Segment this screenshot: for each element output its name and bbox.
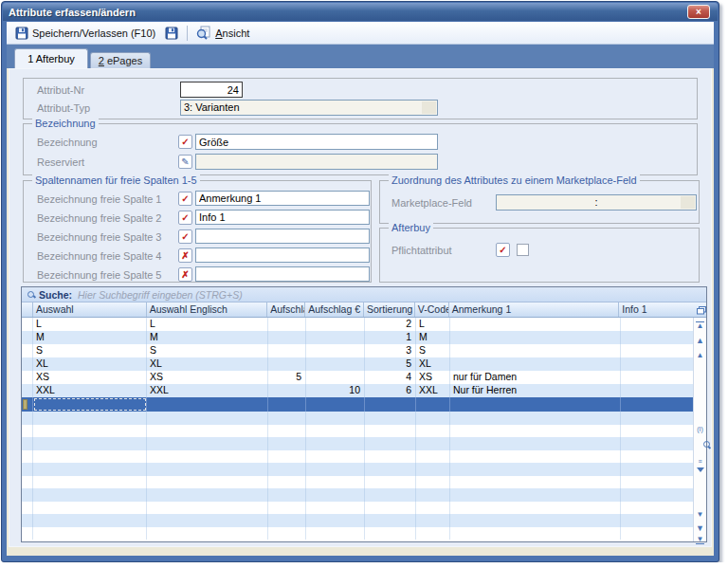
check-icon[interactable]: ✓ bbox=[496, 243, 510, 257]
check-icon[interactable]: ✓ bbox=[178, 211, 192, 225]
dialog-window: Attribute erfassen/ändern × Speichern/Ve… bbox=[1, 1, 719, 562]
title-bar[interactable]: Attribute erfassen/ändern × bbox=[3, 3, 718, 21]
row-edit-caret bbox=[23, 399, 27, 410]
floppy-disk-icon bbox=[15, 27, 28, 40]
bezeichnung-legend: Bezeichnung bbox=[32, 118, 99, 129]
row-indicator-header bbox=[22, 302, 33, 317]
navigator-prev-icon[interactable]: ▲ bbox=[694, 352, 706, 359]
column-header-anmerkung[interactable]: Anmerkung 1 bbox=[449, 302, 619, 317]
table-row[interactable]: XXL XXL 10 6 XXL Nur für Herren bbox=[22, 384, 706, 397]
spalte-5-input[interactable] bbox=[195, 266, 370, 282]
toolbar-separator bbox=[187, 26, 188, 41]
check-icon[interactable]: ✓ bbox=[178, 135, 192, 149]
column-header-aufschlag[interactable]: Aufschlag bbox=[267, 302, 305, 317]
grid-body: L L 2 L M M 1 bbox=[22, 318, 706, 541]
table-row[interactable]: M M 1 M bbox=[22, 331, 706, 344]
spalte-4-label: Bezeichnung freie Spalte 4 bbox=[37, 250, 161, 262]
bezeichnung-label: Bezeichnung bbox=[37, 137, 98, 148]
search-icon bbox=[27, 291, 35, 299]
window-title: Attribute erfassen/ändern bbox=[9, 7, 136, 18]
combo-dropdown-zone[interactable] bbox=[422, 101, 436, 114]
spalte-2-label: Bezeichnung freie Spalte 2 bbox=[37, 212, 161, 224]
column-header-aufschlag-eur[interactable]: Aufschlag € bbox=[305, 302, 364, 317]
empty-row[interactable] bbox=[22, 437, 706, 450]
reserviert-label: Reserviert bbox=[37, 156, 84, 168]
check-icon[interactable]: ✓ bbox=[178, 229, 192, 244]
navigator-first-icon[interactable]: ▲ bbox=[696, 321, 704, 330]
pflichtattribut-label: Pflichtattribut bbox=[391, 245, 452, 256]
table-row[interactable]: XS XS 5 4 XS nur für Damen bbox=[22, 371, 706, 384]
spalte-5-label: Bezeichnung freie Spalte 5 bbox=[37, 269, 161, 281]
spalte-1-label: Bezeichnung freie Spalte 1 bbox=[37, 193, 161, 205]
view-magnifier-icon bbox=[196, 26, 211, 40]
column-header-info[interactable]: Info 1 bbox=[619, 302, 693, 317]
afterbuy-fieldset: Afterbuy Pflichtattribut ✓ bbox=[379, 228, 700, 283]
empty-row[interactable] bbox=[22, 476, 706, 489]
save-exit-button[interactable]: Speichern/Verlassen (F10) bbox=[10, 24, 160, 43]
navigator-last-icon[interactable]: ▼ bbox=[696, 536, 704, 544]
bezeichnung-input[interactable] bbox=[195, 134, 438, 150]
tab-page-afterbuy: Attribut-Nr Attribut-Typ 3: Varianten Be… bbox=[9, 68, 712, 547]
x-icon[interactable]: ✗ bbox=[178, 248, 192, 263]
grid-header-row: Auswahl Auswahl Englisch Aufschlag Aufsc… bbox=[22, 302, 706, 318]
navigator-page-down-icon[interactable]: ▼ bbox=[694, 524, 706, 533]
pencil-icon[interactable]: ✎ bbox=[178, 155, 192, 169]
marketplace-legend: Zuordnung des Attributes zu einem Market… bbox=[389, 174, 640, 186]
column-header-vcode[interactable]: V-Code bbox=[415, 302, 449, 317]
x-icon[interactable]: ✗ bbox=[178, 267, 192, 282]
save-exit-label: Speichern/Verlassen (F10) bbox=[32, 27, 155, 39]
dialog-client: Speichern/Verlassen (F10) bbox=[7, 22, 714, 556]
pflichtattribut-checkbox[interactable] bbox=[517, 244, 529, 256]
empty-row[interactable] bbox=[22, 425, 706, 438]
spalte-3-label: Bezeichnung freie Spalte 3 bbox=[37, 231, 161, 243]
grid-search-bar[interactable]: Suche: Hier Suchbegriff eingeben (STRG+S… bbox=[22, 287, 706, 302]
check-icon[interactable]: ✓ bbox=[178, 192, 192, 206]
empty-row[interactable] bbox=[22, 527, 706, 541]
field-button-zone[interactable] bbox=[681, 196, 695, 209]
empty-row[interactable] bbox=[22, 488, 706, 502]
table-row[interactable]: L L 2 L bbox=[22, 318, 706, 331]
ansicht-label: Ansicht bbox=[215, 27, 249, 39]
navigator-next-icon[interactable]: ▼ bbox=[694, 511, 706, 519]
close-button[interactable]: × bbox=[687, 5, 710, 19]
column-header-sortierung[interactable]: Sortierung bbox=[364, 302, 415, 317]
floppy-disk-icon bbox=[165, 27, 178, 40]
spalte-4-input[interactable] bbox=[195, 247, 370, 263]
table-row[interactable]: XL XL 5 XL bbox=[22, 357, 706, 371]
table-row[interactable]: S S 3 S bbox=[22, 344, 706, 357]
tab-afterbuy[interactable]: 1 Afterbuy bbox=[14, 48, 88, 68]
attribut-typ-label: Attribut-Typ bbox=[37, 102, 90, 114]
ansicht-button[interactable]: Ansicht bbox=[191, 24, 254, 43]
navigator-filter-icon[interactable] bbox=[694, 473, 706, 481]
marketplace-feld-field[interactable]: : bbox=[496, 194, 697, 211]
grid-navigator: ▲ ▲ ▲ (I) ≡ ▼ ▼ ▼ bbox=[693, 318, 706, 541]
empty-row[interactable] bbox=[22, 412, 706, 425]
navigator-insert-icon[interactable]: (I) bbox=[694, 426, 706, 432]
spaltennamen-legend: Spaltennamen für freie Spalten 1-5 bbox=[32, 174, 200, 186]
marketplace-feld-label: Marketplace-Feld bbox=[391, 197, 472, 209]
spalte-2-input[interactable] bbox=[195, 210, 370, 225]
empty-row[interactable] bbox=[22, 463, 706, 476]
search-placeholder: Hier Suchbegriff eingeben (STRG+S) bbox=[78, 289, 243, 301]
attribut-nr-input[interactable] bbox=[180, 82, 243, 98]
save-button[interactable] bbox=[160, 24, 183, 43]
column-chooser-button[interactable] bbox=[693, 302, 706, 317]
tab-epages[interactable]: 2ePages bbox=[90, 52, 151, 68]
selected-new-row[interactable] bbox=[22, 397, 706, 412]
empty-row[interactable] bbox=[22, 514, 706, 527]
spalte-1-input[interactable] bbox=[195, 191, 370, 206]
values-grid: Suche: Hier Suchbegriff eingeben (STRG+S… bbox=[21, 286, 707, 542]
search-label: Suche: bbox=[39, 289, 72, 301]
attribut-typ-combo[interactable]: 3: Varianten bbox=[180, 100, 438, 116]
navigator-page-up-icon[interactable]: ▲ bbox=[694, 337, 706, 345]
column-chooser-icon bbox=[697, 306, 706, 315]
column-header-auswahl-englisch[interactable]: Auswahl Englisch bbox=[147, 302, 268, 317]
empty-row[interactable] bbox=[22, 502, 706, 515]
reserviert-input[interactable] bbox=[195, 154, 438, 170]
empty-row[interactable] bbox=[22, 450, 706, 464]
spalte-3-input[interactable] bbox=[195, 229, 370, 244]
toolbar: Speichern/Verlassen (F10) bbox=[7, 22, 714, 45]
column-header-auswahl[interactable]: Auswahl bbox=[33, 302, 147, 317]
navigator-post-icon[interactable]: ≡ bbox=[694, 458, 706, 465]
spaltennamen-fieldset: Spaltennamen für freie Spalten 1-5 Bezei… bbox=[23, 180, 372, 283]
